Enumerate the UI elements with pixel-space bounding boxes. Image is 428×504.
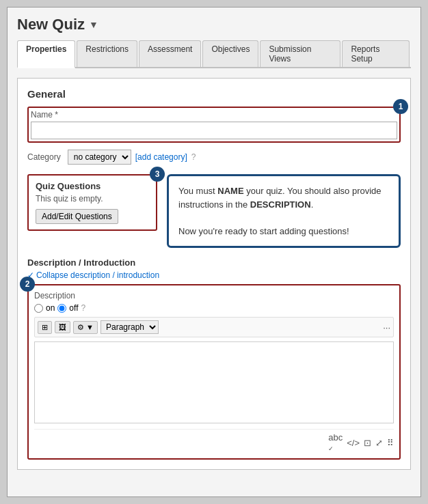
desc-code-btn[interactable]: </> bbox=[347, 438, 360, 448]
desc-link-btn[interactable]: ⊡ bbox=[364, 438, 371, 448]
collapse-link[interactable]: ✓ Collapse description / introduction bbox=[27, 270, 401, 280]
desc-radio-row: on off ? bbox=[34, 303, 394, 313]
quiz-questions-box: Quiz Questions This quiz is empty. Add/E… bbox=[27, 174, 157, 231]
desc-fullscreen-btn[interactable]: ⤢ bbox=[375, 438, 383, 448]
tab-objectives[interactable]: Objectives bbox=[202, 40, 258, 67]
category-label: Category bbox=[27, 152, 61, 162]
category-select[interactable]: no category bbox=[68, 150, 131, 165]
toolbar-format-select[interactable]: Paragraph bbox=[101, 320, 159, 334]
name-input[interactable] bbox=[31, 122, 397, 139]
add-edit-questions-button[interactable]: Add/Edit Questions bbox=[36, 209, 118, 224]
tooltip-text: You must NAME your quiz. You should also… bbox=[178, 186, 382, 236]
name-field-wrapper: Name * 1 bbox=[27, 107, 401, 150]
general-title: General bbox=[27, 88, 401, 100]
desc-bottom-toolbar: abc✓ </> ⊡ ⤢ ⠿ bbox=[34, 429, 394, 453]
name-input-wrapper: Name * bbox=[27, 107, 401, 143]
tab-restrictions[interactable]: Restrictions bbox=[77, 40, 137, 67]
desc-editor-area[interactable] bbox=[34, 341, 394, 423]
toolbar-insert-btn[interactable]: ⊞ bbox=[38, 321, 52, 334]
quiz-empty-text: This quiz is empty. bbox=[36, 194, 149, 204]
desc-radio-on[interactable] bbox=[34, 304, 43, 313]
badge-3: 3 bbox=[150, 167, 165, 182]
description-section-title: Description / Introduction bbox=[27, 257, 401, 268]
name-label: Name * bbox=[31, 110, 397, 120]
badge-1: 1 bbox=[393, 99, 408, 114]
category-row: Category no category [add category] ? bbox=[27, 150, 401, 165]
main-row: Quiz Questions This quiz is empty. Add/E… bbox=[27, 174, 401, 248]
tab-properties[interactable]: Properties bbox=[17, 40, 75, 68]
description-section: Description / Introduction ✓ Collapse de… bbox=[27, 257, 401, 460]
desc-toolbar: ⊞ 🖼 ⚙ ▼ Paragraph ··· bbox=[34, 317, 394, 337]
desc-label: Description bbox=[34, 291, 394, 300]
desc-spellcheck-btn[interactable]: abc✓ bbox=[328, 432, 343, 453]
tooltip-box: You must NAME your quiz. You should also… bbox=[167, 174, 401, 248]
toolbar-more-btn[interactable]: ··· bbox=[383, 322, 390, 333]
description-box-wrapper: Description on off ? ⊞ 🖼 ⚙ ▼ Paragraph bbox=[27, 284, 401, 460]
desc-drag-btn[interactable]: ⠿ bbox=[387, 438, 394, 448]
tab-bar: Properties Restrictions Assessment Objec… bbox=[17, 40, 411, 68]
desc-off-label: off bbox=[69, 303, 78, 313]
desc-help-icon[interactable]: ? bbox=[81, 303, 85, 313]
content-area: General Name * 1 Category no category [a… bbox=[17, 78, 411, 470]
title-dropdown-arrow[interactable]: ▼ bbox=[89, 19, 98, 30]
page-title: New Quiz bbox=[17, 16, 85, 33]
quiz-questions-wrapper: Quiz Questions This quiz is empty. Add/E… bbox=[27, 174, 157, 248]
add-category-link[interactable]: [add category] bbox=[135, 152, 187, 162]
toolbar-gear-btn[interactable]: ⚙ ▼ bbox=[73, 321, 98, 334]
page-container: New Quiz ▼ Properties Restrictions Asses… bbox=[7, 7, 421, 497]
page-title-row: New Quiz ▼ bbox=[17, 16, 411, 33]
desc-on-label: on bbox=[46, 303, 55, 313]
quiz-questions-title: Quiz Questions bbox=[36, 181, 149, 191]
desc-radio-off[interactable] bbox=[57, 304, 66, 313]
tab-submission-views[interactable]: Submission Views bbox=[260, 40, 340, 67]
tab-assessment[interactable]: Assessment bbox=[139, 40, 201, 67]
collapse-link-text[interactable]: Collapse description / introduction bbox=[36, 270, 159, 280]
toolbar-image-btn[interactable]: 🖼 bbox=[55, 321, 70, 333]
tab-reports-setup[interactable]: Reports Setup bbox=[342, 40, 410, 67]
category-help-icon[interactable]: ? bbox=[191, 152, 196, 162]
description-box: Description on off ? ⊞ 🖼 ⚙ ▼ Paragraph bbox=[27, 284, 401, 460]
badge-2: 2 bbox=[20, 277, 35, 292]
